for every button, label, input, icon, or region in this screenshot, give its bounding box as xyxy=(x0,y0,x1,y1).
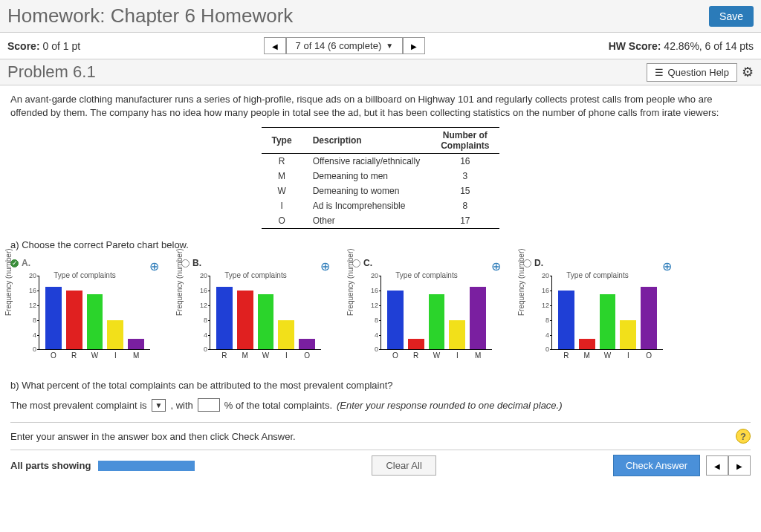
score-text: Score: 0 of 1 pt xyxy=(7,40,80,52)
question-help-button[interactable]: ☰ Question Help xyxy=(647,63,737,82)
x-tick: W xyxy=(258,351,274,360)
table-row: OOther17 xyxy=(262,213,500,229)
help-icon[interactable]: ? xyxy=(736,429,751,444)
x-tick: O xyxy=(45,351,62,360)
x-tick: M xyxy=(237,351,253,360)
table-header: Type xyxy=(262,128,302,154)
table-row: MDemeaning to men3 xyxy=(262,169,500,184)
bar xyxy=(216,287,233,349)
x-tick: O xyxy=(299,351,315,360)
progress-bar xyxy=(98,461,195,471)
prev-question-button[interactable]: ◀ xyxy=(264,37,286,54)
clear-all-button[interactable]: Clear All xyxy=(372,455,435,476)
bar xyxy=(128,339,144,350)
bar xyxy=(408,339,424,350)
triangle-left-icon: ◀ xyxy=(272,42,278,51)
bar xyxy=(620,320,636,350)
bar xyxy=(237,291,253,349)
save-button[interactable]: Save xyxy=(709,6,754,27)
bar xyxy=(299,339,315,350)
triangle-down-icon: ▼ xyxy=(386,42,393,50)
gear-icon[interactable]: ⚙ xyxy=(742,64,754,80)
x-tick: R xyxy=(408,351,424,360)
parts-status: All parts showing xyxy=(10,460,91,471)
x-tick: R xyxy=(558,351,574,360)
bar xyxy=(258,294,274,349)
triangle-left-icon: ◀ xyxy=(714,462,720,470)
x-tick: M xyxy=(128,351,144,360)
bar xyxy=(470,287,486,349)
y-axis-label: Frequency (number) xyxy=(346,249,354,317)
hw-score-text: HW Score: 42.86%, 6 of 14 pts xyxy=(609,40,754,52)
bar xyxy=(66,291,82,349)
x-tick: I xyxy=(620,351,636,360)
part-b-prompt: b) What percent of the total complaints … xyxy=(10,380,751,391)
complaint-type-select[interactable]: ▼ xyxy=(152,399,166,412)
x-tick: M xyxy=(470,351,486,360)
problem-text: An avant-garde clothing manufacturer run… xyxy=(10,93,751,120)
complaints-table: TypeDescriptionNumber ofComplaints ROffe… xyxy=(262,127,500,229)
triangle-right-icon: ▶ xyxy=(411,42,417,51)
x-tick: O xyxy=(641,351,657,360)
triangle-down-icon: ▼ xyxy=(155,401,163,409)
y-axis-label: Frequency (number) xyxy=(517,249,525,317)
bar xyxy=(429,294,445,349)
x-tick: R xyxy=(66,351,82,360)
check-answer-button[interactable]: Check Answer xyxy=(613,455,700,476)
table-row: WDemeaning to women15 xyxy=(262,184,500,198)
x-tick: W xyxy=(429,351,445,360)
bar xyxy=(558,291,574,349)
bar xyxy=(449,320,465,350)
triangle-right-icon: ▶ xyxy=(736,462,742,470)
chart-option-b[interactable]: B.⊕Frequency (number)048121620RMWIOType … xyxy=(181,258,330,368)
percent-input[interactable] xyxy=(198,398,220,412)
x-tick: I xyxy=(107,351,123,360)
table-row: ROffensive racially/ethnically16 xyxy=(262,154,500,169)
list-icon: ☰ xyxy=(655,67,664,78)
bar xyxy=(87,294,103,349)
table-header: Number ofComplaints xyxy=(430,128,499,154)
bar xyxy=(107,320,123,350)
y-axis-label: Frequency (number) xyxy=(175,249,184,317)
page-title: Homework: Chapter 6 Homework xyxy=(7,4,293,27)
y-axis-label: Frequency (number) xyxy=(4,249,13,317)
question-picker[interactable]: 7 of 14 (6 complete) ▼ xyxy=(286,37,404,54)
x-tick: W xyxy=(87,351,103,360)
next-part-button[interactable]: ▶ xyxy=(728,455,751,476)
problem-title: Problem 6.1 xyxy=(7,62,96,82)
table-row: IAd is Incomprehensible8 xyxy=(262,198,500,213)
bar xyxy=(600,294,616,349)
bar xyxy=(45,287,62,349)
bar xyxy=(387,291,404,349)
next-question-button[interactable]: ▶ xyxy=(403,37,425,54)
table-header: Description xyxy=(302,128,431,154)
part-a-prompt: a) Choose the correct Pareto chart below… xyxy=(10,239,751,250)
x-tick: W xyxy=(600,351,616,360)
bar xyxy=(278,320,294,350)
bar xyxy=(579,339,595,350)
chart-option-c[interactable]: C.⊕Frequency (number)048121620ORWIMType … xyxy=(352,258,501,368)
x-tick: M xyxy=(579,351,595,360)
bar xyxy=(641,287,657,349)
chart-option-d[interactable]: D.⊕Frequency (number)048121620RMWIOType … xyxy=(523,258,672,368)
prev-part-button[interactable]: ◀ xyxy=(706,455,728,476)
x-tick: I xyxy=(449,351,465,360)
chart-option-a[interactable]: A.⊕Frequency (number)048121620ORWIMType … xyxy=(10,258,159,368)
x-tick: I xyxy=(278,351,294,360)
answer-sentence: The most prevalent complaint is ▼ , with… xyxy=(10,398,751,412)
footer-instruction: Enter your answer in the answer box and … xyxy=(10,431,296,442)
x-tick: O xyxy=(387,351,404,360)
x-tick: R xyxy=(216,351,233,360)
